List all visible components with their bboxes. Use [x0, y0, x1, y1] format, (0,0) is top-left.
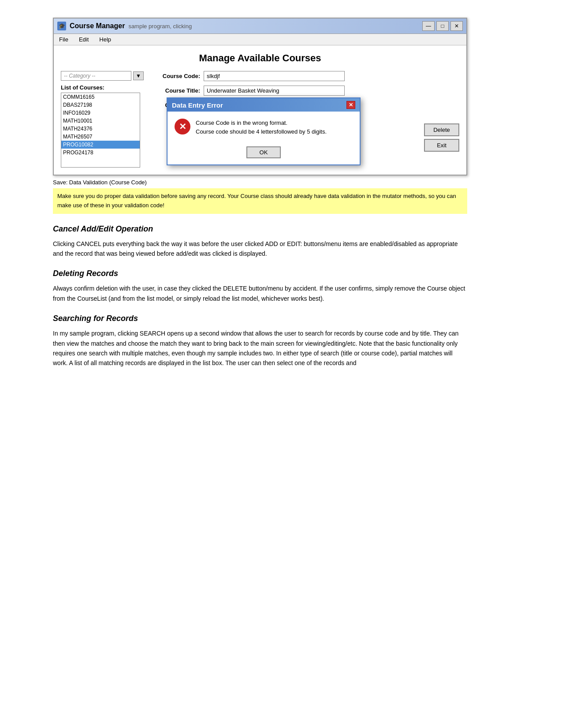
section-delete-heading: Deleting Records	[53, 269, 467, 278]
list-item[interactable]: MATH24376	[61, 125, 140, 133]
course-code-input[interactable]	[204, 71, 345, 81]
restore-button[interactable]: □	[436, 21, 449, 31]
dialog-message: Course Code is in the wrong format. Cour…	[196, 119, 327, 136]
section-cancel: Cancel Add/Edit Operation Clicking CANCE…	[53, 224, 467, 259]
section-delete: Deleting Records Always confirm deletion…	[53, 269, 467, 303]
dialog-ok-button[interactable]: OK	[246, 146, 281, 158]
course-title-label: Course Title:	[156, 87, 200, 94]
course-code-label: Course Code:	[156, 73, 200, 79]
list-item[interactable]: PROG24178	[61, 149, 140, 157]
section-search: Searching for Records In my sample progr…	[53, 314, 467, 368]
form-layout: -- Category -- ▼ List of Courses: COMM16…	[61, 71, 459, 168]
list-label: List of Courses:	[61, 84, 149, 91]
course-title-input[interactable]	[204, 86, 345, 96]
course-listbox[interactable]: COMM16165 DBAS27198 INFO16029 MATH10001 …	[61, 93, 140, 168]
exit-button[interactable]: Exit	[424, 139, 459, 152]
title-bar-left: 🎓 Course Manager sample program, clickin…	[57, 22, 192, 30]
list-item-selected[interactable]: PROG10082	[61, 141, 140, 149]
course-title-row: Course Title:	[156, 86, 459, 96]
highlight-box: Make sure you do proper data validation …	[53, 188, 467, 214]
dialog-title-bar: Data Entry Error ✕	[167, 98, 360, 112]
section-cancel-heading: Cancel Add/Edit Operation	[53, 224, 467, 234]
section-search-heading: Searching for Records	[53, 314, 467, 323]
window-subtitle: sample program, clicking	[128, 23, 192, 30]
category-dropdown[interactable]: -- Category --	[61, 71, 131, 81]
list-item[interactable]: INFO16029	[61, 109, 140, 117]
section-search-text: In my sample program, clicking SEARCH op…	[53, 329, 467, 368]
menu-help[interactable]: Help	[97, 35, 113, 44]
list-item[interactable]: MATH10001	[61, 117, 140, 125]
error-dialog: Data Entry Error ✕ ✕ Course Code is in t…	[167, 97, 361, 165]
dialog-close-button[interactable]: ✕	[346, 101, 355, 109]
list-item[interactable]: COMM16165	[61, 93, 140, 101]
dialog-body: ✕ Course Code is in the wrong format. Co…	[167, 112, 360, 143]
doc-content: Cancel Add/Edit Operation Clicking CANCE…	[53, 224, 467, 368]
category-dropdown-arrow[interactable]: ▼	[133, 71, 144, 80]
list-item[interactable]: MATH26507	[61, 133, 140, 141]
page-heading: Manage Available Courses	[61, 52, 459, 64]
left-panel: -- Category -- ▼ List of Courses: COMM16…	[61, 71, 149, 168]
dialog-message-line1: Course Code is in the wrong format.	[196, 119, 327, 127]
window-title: Course Manager	[70, 22, 125, 30]
course-manager-window: 🎓 Course Manager sample program, clickin…	[53, 18, 467, 175]
save-label: Save: Data Validation (Course Code)	[53, 179, 467, 186]
below-window: Save: Data Validation (Course Code) Make…	[53, 179, 467, 214]
app-icon: 🎓	[57, 22, 66, 30]
delete-button[interactable]: Delete	[424, 123, 459, 136]
dialog-footer: OK	[167, 143, 360, 164]
error-icon: ✕	[175, 119, 190, 134]
section-delete-text: Always confirm deletion with the user, i…	[53, 284, 467, 303]
course-code-row: Course Code:	[156, 71, 459, 81]
section-cancel-text: Clicking CANCEL puts everything back the…	[53, 239, 467, 259]
menu-bar: File Edit Help	[54, 34, 466, 45]
close-button[interactable]: ✕	[450, 21, 463, 31]
dialog-box: Data Entry Error ✕ ✕ Course Code is in t…	[167, 97, 361, 165]
title-bar: 🎓 Course Manager sample program, clickin…	[54, 19, 466, 34]
dialog-message-line2: Course code should be 4 lettersfollowed …	[196, 127, 327, 136]
dialog-title: Data Entry Error	[172, 101, 223, 109]
window-controls: — □ ✕	[422, 21, 463, 31]
menu-file[interactable]: File	[57, 35, 70, 44]
minimize-button[interactable]: —	[422, 21, 435, 31]
content-area: Manage Available Courses -- Category -- …	[54, 45, 466, 175]
menu-edit[interactable]: Edit	[77, 35, 90, 44]
list-item[interactable]: DBAS27198	[61, 101, 140, 109]
